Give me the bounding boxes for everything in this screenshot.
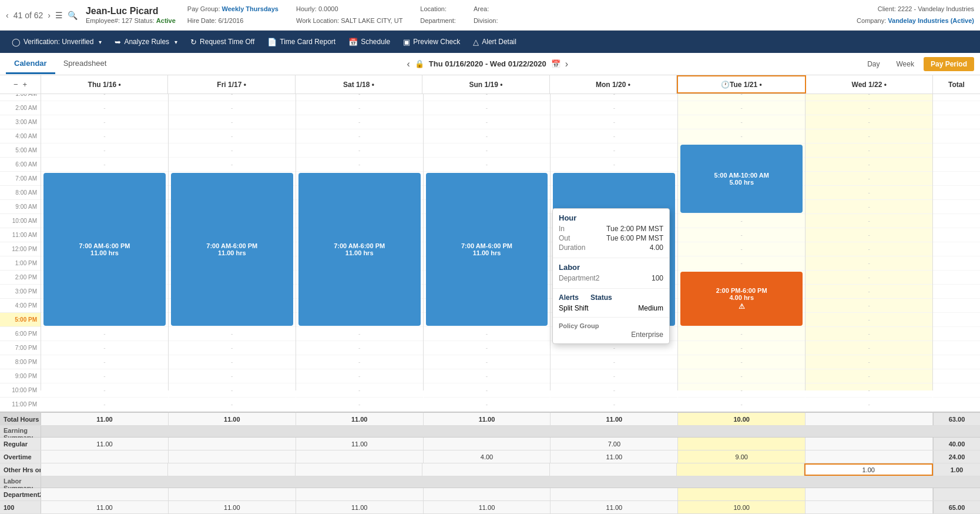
zoom-in-icon[interactable]: + — [23, 80, 28, 89]
next-arrow[interactable]: › — [48, 11, 51, 20]
slot-day-wed-6: - — [806, 158, 932, 172]
total-slot-6 — [933, 158, 980, 172]
slot-day-tue-13: - — [678, 256, 805, 271]
header-thu[interactable]: Thu 1/16 • — [41, 75, 168, 94]
view-bar: Calendar Spreadsheet ‹ 🔒 Thu 01/16/2020 … — [0, 53, 980, 75]
slot-day-sat-23: - — [296, 398, 423, 412]
slot-day-mon-22: - — [551, 383, 677, 398]
dept2-sun — [424, 488, 551, 500]
sun-label: Sun 1/19 • — [469, 81, 503, 89]
prev-arrow[interactable]: ‹ — [6, 11, 9, 20]
slot-day-mon-6: - — [551, 158, 677, 172]
slot-day-fri-19: - — [169, 341, 296, 355]
tooltip-in-row: In Tue 2:00 PM MST — [559, 225, 663, 233]
total-sun: 11.00 — [424, 413, 551, 425]
shift-time-label: 2:00 PM-6:00 PM — [716, 287, 767, 294]
slot-day-sat-1: - — [296, 94, 423, 101]
slot-day-thu-22: - — [41, 383, 168, 398]
client-label: Client: — [878, 5, 896, 12]
time-slot-9: 9:00 AM — [0, 200, 41, 214]
slot-day-wed-5: - — [806, 143, 932, 158]
request-time-off-label: Request Time Off — [200, 38, 254, 46]
schedule-label: Schedule — [361, 38, 390, 46]
total-mon: 11.00 — [551, 413, 678, 425]
company-label: Company: — [857, 17, 886, 24]
time-card-report-btn[interactable]: 📄 Time Card Report — [261, 35, 341, 49]
shift-hrs-label: 11.00 hrs — [90, 249, 119, 256]
slot-day-wed-15: - — [806, 285, 932, 299]
header-fri[interactable]: Fri 1/17 • — [168, 75, 295, 94]
summary-section: Total Hours 11.00 11.00 11.00 11.00 11.0… — [0, 412, 980, 514]
header-tue[interactable]: 🕐 Tue 1/21 • — [677, 75, 806, 94]
time-slot-2: 2:00 AM — [0, 101, 41, 115]
regular-sat: 11.00 — [296, 438, 424, 450]
calendar-pick-icon[interactable]: 📅 — [551, 59, 561, 68]
total-slot-20 — [933, 355, 980, 369]
slot-day-fri-23: - — [169, 398, 296, 412]
sub-fri: 11.00 — [169, 501, 296, 513]
total-fri: 11.00 — [169, 413, 296, 425]
regular-mon: 7.00 — [551, 438, 678, 450]
header-mon[interactable]: Mon 1/20 • — [550, 75, 677, 94]
labor-summary-row: Labor Summary — [0, 476, 980, 488]
header-sun[interactable]: Sun 1/19 • — [422, 75, 549, 94]
slot-day-sun-3: - — [424, 115, 551, 129]
zoom-out-icon[interactable]: − — [14, 80, 18, 89]
slot-day-wed-12: - — [806, 242, 932, 256]
day-sat: ------------------------7:00 AM-6:00 PM1… — [296, 94, 424, 390]
date-prev-arrow[interactable]: ‹ — [407, 59, 410, 69]
slot-day-tue-20: - — [678, 355, 805, 369]
thu-label: Thu 1/16 • — [88, 81, 121, 89]
tab-spreadsheet[interactable]: Spreadsheet — [55, 54, 115, 74]
slot-day-wed-17: - — [806, 313, 932, 327]
slot-day-wed-11: - — [806, 228, 932, 242]
lock-icon: 🔒 — [415, 59, 424, 68]
slot-day-wed-7: - — [806, 172, 932, 186]
calendar-header: − + Thu 1/16 • Fri 1/17 • Sat 1/18 • Sun… — [0, 75, 980, 94]
header-wed[interactable]: Wed 1/22 • — [806, 75, 933, 94]
alert-detail-btn[interactable]: △ Alert Detail — [467, 35, 522, 49]
client-info: Client: 2222 - Vandelay Industries Compa… — [857, 4, 974, 27]
slot-day-fri-20: - — [169, 355, 296, 369]
shift-time-label: 5:00 AM-10:00 AM — [714, 172, 769, 179]
date-next-arrow[interactable]: › — [565, 59, 568, 69]
total-slot-7 — [933, 172, 980, 186]
slot-day-sun-21: - — [424, 369, 551, 383]
list-icon[interactable]: ☰ — [55, 11, 63, 20]
header-sat[interactable]: Sat 1/18 • — [296, 75, 422, 94]
slot-day-sun-23: - — [424, 398, 551, 412]
slot-day-wed-18: - — [806, 327, 932, 341]
time-slot-10: 10:00 AM — [0, 214, 41, 228]
preview-check-btn[interactable]: ▣ Preview Check — [397, 35, 466, 49]
tooltip-alerts-label: Alerts — [559, 293, 579, 302]
shift-block-day-tue[interactable]: 5:00 AM-10:00 AM5.00 hrs — [680, 145, 803, 213]
total-slot-23 — [933, 398, 980, 412]
shift-block-day-thu[interactable]: 7:00 AM-6:00 PM11.00 hrs — [43, 173, 166, 326]
client-value: 2222 - Vandelay Industries — [898, 5, 974, 12]
schedule-btn[interactable]: 📅 Schedule — [343, 35, 396, 49]
slot-day-wed-16: - — [806, 299, 932, 313]
time-slot-11: 11:00 AM — [0, 228, 41, 242]
period-day[interactable]: Day — [860, 57, 887, 71]
search-icon[interactable]: 🔍 — [68, 11, 78, 20]
day-thu: ------------------------7:00 AM-6:00 PM1… — [41, 94, 169, 390]
time-slot-22: 10:00 PM — [0, 383, 41, 398]
period-pay-period[interactable]: Pay Period — [924, 57, 974, 71]
period-week[interactable]: Week — [890, 57, 921, 71]
regular-label: Regular — [0, 438, 41, 450]
overtime-thu — [41, 450, 169, 463]
total-slot-13 — [933, 256, 980, 271]
verification-btn[interactable]: ◯ Verification: Unverified — [6, 35, 108, 49]
tab-calendar[interactable]: Calendar — [6, 54, 55, 74]
other-sun — [422, 463, 549, 476]
request-time-off-btn[interactable]: ↻ Request Time Off — [184, 35, 260, 49]
shift-block-day-fri[interactable]: 7:00 AM-6:00 PM11.00 hrs — [171, 173, 293, 326]
tooltip-policy-value: Enterprise — [559, 331, 663, 339]
tooltip-out-row: Out Tue 6:00 PM MST — [559, 234, 663, 242]
dept2-total — [933, 488, 980, 500]
shift-block-day-sun[interactable]: 7:00 AM-6:00 PM11.00 hrs — [426, 173, 548, 326]
slot-day-wed-10: - — [806, 214, 932, 228]
shift-block-day-tue[interactable]: 2:00 PM-6:00 PM4.00 hrs⚠ — [680, 272, 803, 326]
analyze-rules-btn[interactable]: ➥ Analyze Rules — [109, 35, 183, 49]
shift-block-day-sat[interactable]: 7:00 AM-6:00 PM11.00 hrs — [298, 173, 421, 326]
